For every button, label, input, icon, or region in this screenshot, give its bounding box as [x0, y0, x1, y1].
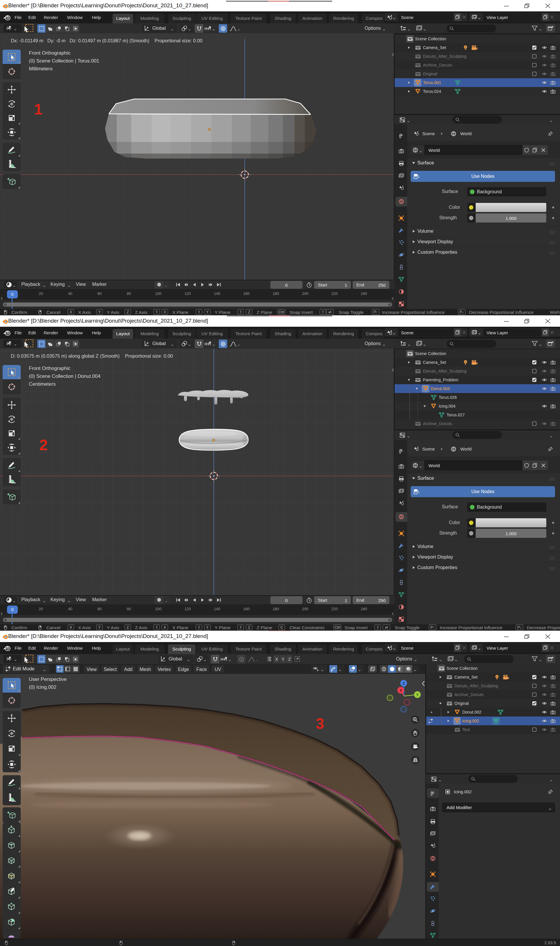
svg-text:X: X [399, 688, 402, 693]
svg-text:Y: Y [416, 693, 418, 697]
svg-text:Z: Z [403, 681, 405, 685]
